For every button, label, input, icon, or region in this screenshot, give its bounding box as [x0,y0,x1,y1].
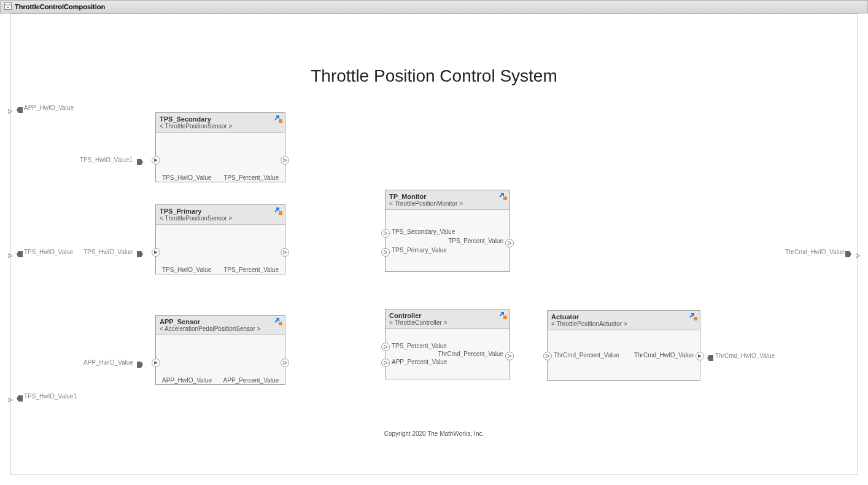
connection-wires [10,14,195,106]
block-title: Actuator [551,313,696,320]
port-label-in2: APP_Percent_Value [392,359,447,365]
tag-tps-primary-in: TPS_HwIO_Value [83,249,133,255]
output-port-icon[interactable] [696,352,704,360]
composition-title: ThrottleControlComposition [15,3,105,10]
model-reference-icon [499,311,508,320]
external-in-arrow-icon [8,249,12,254]
tag-icon [137,359,143,365]
tag-icon [137,157,143,163]
block-title: TP_Monitor [389,193,506,200]
svg-rect-2 [9,4,10,6]
external-out-thrcmd: ThrCmd_HwIO_Value [785,249,845,255]
tag-icon [845,249,851,255]
block-type: < ThrottlePositionSensor > [160,215,281,222]
svg-rect-7 [503,196,507,200]
block-type: < AccelerationPedalPositionSensor > [160,325,281,332]
copyright-text: Copyright 2020 The MathWorks, Inc. [10,430,858,437]
external-in-tps: TPS_HwIO_Value [24,249,73,255]
block-type: < ThrottlePositionActuator > [551,320,696,327]
port-label-out: ThrCmd_Percent_Value [438,351,503,357]
input-port-icon[interactable] [381,229,390,238]
port-label-out: APP_Percent_Value [223,377,279,384]
output-port-icon[interactable] [281,359,289,367]
port-label-in: TPS_Percent_Value [392,343,447,349]
svg-rect-6 [279,322,282,325]
svg-rect-3 [7,7,9,8]
svg-rect-8 [503,316,507,319]
external-in-arrow-icon [8,105,12,109]
port-label-in: TPS_HwIO_Value [162,174,211,181]
port-label-in: ThrCmd_Percent_Value [554,352,619,359]
model-reference-icon [274,207,283,215]
port-label-in: TPS_HwIO_Value [162,266,211,273]
tag-tps-secondary-in: TPS_HwIO_Value1 [80,157,133,163]
tag-icon [17,393,23,399]
external-in-tps1: TPS_HwIO_Value1 [24,393,77,400]
model-reference-icon [274,115,283,123]
input-port-icon[interactable] [381,248,390,257]
block-actuator[interactable]: Actuator < ThrottlePositionActuator > Th… [547,310,700,381]
input-port-icon[interactable] [381,359,390,367]
svg-rect-4 [279,119,282,123]
port-label-in: APP_HwIO_Value [162,377,212,384]
input-port-icon[interactable] [152,248,160,257]
port-label-out: TPS_Percent_Value [223,266,279,273]
block-title: APP_Sensor [160,318,281,325]
window-titlebar: ThrottleControlComposition [0,0,868,14]
block-title: TPS_Primary [160,208,281,215]
port-label-out: ThrCmd_HwIO_Value [634,352,694,359]
diagram-heading: Throttle Position Control System [10,66,858,86]
tag-app-sensor-in: APP_HwIO_Value [83,359,133,366]
output-port-icon[interactable] [505,352,514,360]
block-tps-primary[interactable]: TPS_Primary < ThrottlePositionSensor > T… [155,204,285,274]
model-reference-icon [274,317,283,326]
block-title: TPS_Secondary [160,115,281,123]
input-port-icon[interactable] [152,156,160,165]
tag-actuator-out: ThrCmd_HwIO_Value [715,352,775,359]
external-out-arrow-icon [856,249,860,254]
tag-icon [707,352,713,359]
output-port-icon[interactable] [281,248,289,257]
svg-rect-9 [694,317,697,320]
output-port-icon[interactable] [281,156,289,165]
external-in-app: APP_HwIO_Value [24,104,74,111]
block-app-sensor[interactable]: APP_Sensor < AccelerationPedalPositionSe… [155,315,285,385]
model-reference-icon [689,312,698,321]
port-label-in: TPS_Secondary_Value [392,228,455,235]
port-label-in2: TPS_Primary_Value [392,247,447,254]
composition-icon [4,2,12,11]
input-port-icon[interactable] [381,343,390,351]
input-port-icon[interactable] [543,352,552,360]
tag-icon [17,104,23,111]
block-type: < ThrottlePositionSensor > [160,123,281,130]
port-label-out: TPS_Percent_Value [448,238,503,244]
svg-rect-1 [6,4,7,6]
block-tp-monitor[interactable]: TP_Monitor < ThrottlePositionMonitor > T… [385,190,510,272]
input-port-icon[interactable] [152,359,160,367]
external-in-arrow-icon [8,394,12,398]
block-title: Controller [389,312,506,319]
tag-icon [137,249,143,255]
svg-rect-5 [279,211,282,215]
output-port-icon[interactable] [505,239,514,247]
model-reference-icon [499,192,508,201]
tag-icon [17,249,23,255]
block-controller[interactable]: Controller < ThrottleController > TPS_Pe… [385,309,510,379]
diagram-canvas[interactable]: Throttle Position Control System Copyrig… [10,14,858,475]
block-tps-secondary[interactable]: TPS_Secondary < ThrottlePositionSensor >… [155,112,285,182]
svg-rect-0 [5,3,12,10]
port-label-out: TPS_Percent_Value [223,174,279,181]
block-type: < ThrottlePositionMonitor > [389,200,506,207]
block-type: < ThrottleController > [389,319,506,326]
